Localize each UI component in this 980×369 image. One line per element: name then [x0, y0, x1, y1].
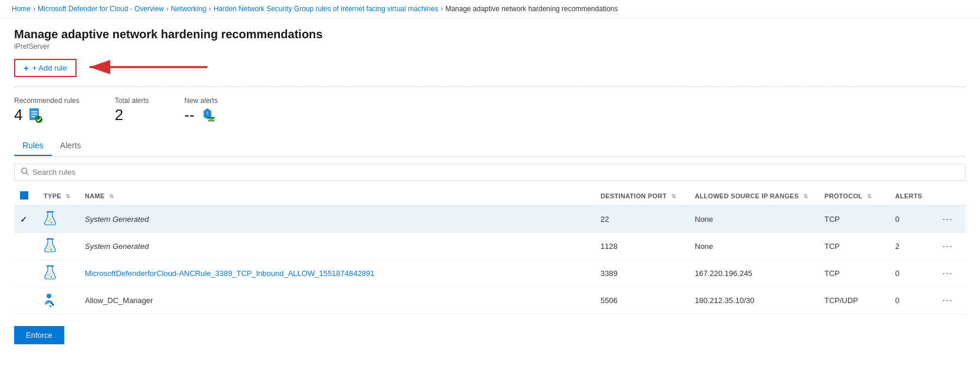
row4-name: Allow_DC_Manager — [79, 287, 595, 314]
row3-name-link[interactable]: MicrosoftDefenderforCloud-ANCRule_3389_T… — [85, 269, 374, 278]
row2-dest-port: 1128 — [595, 233, 689, 260]
svg-point-21 — [47, 274, 50, 277]
search-row[interactable] — [14, 164, 966, 181]
row4-alerts: 0 — [889, 287, 936, 314]
sort-name-icon[interactable]: ⇅ — [109, 193, 114, 200]
row1-protocol: TCP — [819, 206, 889, 233]
sort-protocol-icon[interactable]: ⇅ — [867, 193, 872, 200]
col-header-protocol: PROTOCOL ⇅ — [819, 187, 889, 206]
breadcrumb-harden[interactable]: Harden Network Security Group rules of i… — [213, 5, 438, 13]
rules-icon — [27, 107, 44, 124]
row2-protocol: TCP — [819, 233, 889, 260]
row3-name[interactable]: MicrosoftDefenderforCloud-ANCRule_3389_T… — [79, 260, 595, 287]
row1-source: None — [689, 206, 819, 233]
svg-point-23 — [50, 273, 51, 274]
row3-actions: ··· — [936, 260, 966, 287]
stats-row: Recommended rules 4 — [14, 97, 966, 124]
row2-checkbox-cell — [14, 233, 38, 260]
svg-rect-20 — [47, 265, 54, 267]
row2-alerts: 2 — [889, 233, 936, 260]
sort-type-icon[interactable]: ⇅ — [65, 193, 70, 200]
row3-dest-port: 3389 — [595, 260, 689, 287]
row4-protocol: TCP/UDP — [819, 287, 889, 314]
plus-icon: + — [24, 63, 29, 73]
table-row: MicrosoftDefenderforCloud-ANCRule_3389_T… — [14, 260, 966, 287]
row4-context-menu[interactable]: ··· — [942, 294, 953, 306]
row1-alerts: 0 — [889, 206, 936, 233]
row4-type — [38, 287, 79, 314]
flask-icon — [44, 265, 57, 280]
select-all-checkbox[interactable] — [20, 191, 28, 200]
col-header-source: ALLOWED SOURCE IP RANGES ⇅ — [689, 187, 819, 206]
row2-actions: ··· — [936, 233, 966, 260]
col-header-name: NAME ⇅ — [79, 187, 595, 206]
total-alerts-value: 2 — [115, 106, 123, 124]
col-header-actions — [936, 187, 966, 206]
svg-rect-25 — [50, 301, 54, 306]
row1-checkmark[interactable]: ✓ — [20, 215, 27, 224]
recommended-rules-value: 4 — [14, 106, 22, 124]
breadcrumb-home[interactable]: Home — [12, 5, 31, 13]
add-rule-button[interactable]: + + Add rule — [14, 59, 77, 77]
col-header-alerts: ALERTS — [889, 187, 936, 206]
svg-point-19 — [50, 246, 51, 247]
row3-protocol: TCP — [819, 260, 889, 287]
table-row: Allow_DC_Manager 5506 180.212.35.10/30 T… — [14, 287, 966, 314]
row4-source: 180.212.35.10/30 — [689, 287, 819, 314]
add-rule-label: + Add rule — [32, 64, 67, 72]
row4-dest-port: 5506 — [595, 287, 689, 314]
stat-new-alerts: New alerts -- ! NEW — [184, 97, 218, 124]
flask-icon — [44, 211, 57, 226]
svg-point-17 — [47, 247, 50, 250]
svg-marker-26 — [50, 305, 52, 307]
row3-source: 167.220.196.245 — [689, 260, 819, 287]
row2-name: System Generated — [79, 233, 595, 260]
svg-point-15 — [50, 219, 51, 220]
sort-source-icon[interactable]: ⇅ — [803, 193, 808, 200]
row4-name-text: Allow_DC_Manager — [85, 296, 153, 305]
row1-actions: ··· — [936, 206, 966, 233]
col-header-dest-port: DESTINATION PORT ⇅ — [595, 187, 689, 206]
tab-rules[interactable]: Rules — [14, 136, 52, 156]
enforce-button[interactable]: Enforce — [14, 326, 64, 344]
row1-checkbox-cell: ✓ — [14, 206, 38, 233]
svg-point-10 — [22, 168, 27, 174]
rules-table: TYPE ⇅ NAME ⇅ DESTINATION PORT ⇅ ALLOWED… — [14, 187, 966, 314]
svg-point-14 — [51, 222, 52, 224]
svg-point-6 — [35, 116, 42, 123]
breadcrumb-defender[interactable]: Microsoft Defender for Cloud - Overview — [38, 5, 164, 13]
row4-actions: ··· — [936, 287, 966, 314]
svg-point-18 — [51, 249, 52, 251]
table-row: ✓ System Generated 22 — [14, 206, 966, 233]
recommended-rules-label: Recommended rules — [14, 97, 80, 105]
svg-text:!: ! — [207, 111, 208, 115]
new-alerts-icon: ! NEW — [199, 107, 216, 124]
table-header-row: TYPE ⇅ NAME ⇅ DESTINATION PORT ⇅ ALLOWED… — [14, 187, 966, 206]
svg-line-11 — [27, 173, 29, 175]
row2-type — [38, 233, 79, 260]
flask-icon — [44, 238, 57, 253]
svg-text:NEW: NEW — [208, 117, 215, 121]
person-edit-icon — [44, 292, 57, 307]
toolbar-row: + + Add rule — [14, 59, 966, 87]
row1-context-menu[interactable]: ··· — [942, 213, 953, 225]
breadcrumb-networking[interactable]: Networking — [171, 5, 206, 13]
search-input[interactable] — [32, 168, 959, 177]
row1-dest-port: 22 — [595, 206, 689, 233]
svg-point-22 — [51, 276, 52, 278]
svg-rect-16 — [47, 238, 54, 240]
row3-alerts: 0 — [889, 260, 936, 287]
tab-alerts[interactable]: Alerts — [52, 136, 90, 156]
row3-type — [38, 260, 79, 287]
breadcrumb: Home › Microsoft Defender for Cloud - Ov… — [0, 0, 980, 18]
svg-point-24 — [47, 294, 51, 298]
row2-context-menu[interactable]: ··· — [942, 240, 953, 252]
breadcrumb-current: Manage adaptive network hardening recomm… — [446, 5, 618, 13]
col-header-checkbox — [14, 187, 38, 206]
sort-dest-icon[interactable]: ⇅ — [671, 193, 676, 200]
row2-source: None — [689, 233, 819, 260]
row3-context-menu[interactable]: ··· — [942, 267, 953, 279]
row4-checkbox-cell — [14, 287, 38, 314]
stat-total-alerts: Total alerts 2 — [115, 97, 149, 124]
row1-type — [38, 206, 79, 233]
